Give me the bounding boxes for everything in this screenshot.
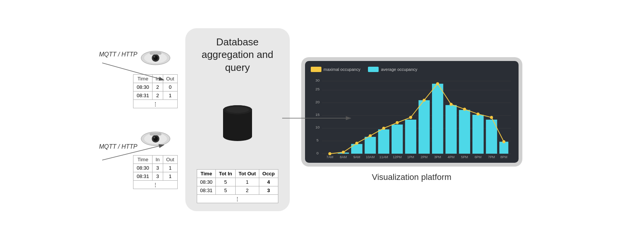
svg-text:7PM: 7PM xyxy=(488,155,495,159)
db-dots: ⋮ xyxy=(197,195,278,203)
svg-point-58 xyxy=(502,140,505,143)
s1-header-in: In xyxy=(153,74,163,83)
db-header-occp: Occp xyxy=(259,170,278,178)
svg-rect-44 xyxy=(499,141,508,153)
s2-header-in: In xyxy=(153,155,163,164)
legend-maximal-label: maximal occupancy xyxy=(324,67,361,72)
svg-point-54 xyxy=(450,103,453,106)
svg-point-53 xyxy=(436,82,439,85)
svg-text:2PM: 2PM xyxy=(421,155,427,159)
svg-text:20: 20 xyxy=(315,99,320,104)
svg-point-16 xyxy=(226,107,249,113)
arrow2-label: MQTT / HTTP xyxy=(99,143,138,150)
svg-rect-35 xyxy=(378,129,389,154)
s1-row-1: 08:30 2 0 xyxy=(133,83,177,91)
db-row-2: 08:31 5 2 3 xyxy=(197,186,278,195)
viz-platform-label: Visualization platform xyxy=(372,172,451,182)
svg-text:7AM: 7AM xyxy=(326,155,333,159)
legend-average-label: average occupancy xyxy=(381,67,417,72)
svg-rect-39 xyxy=(432,83,443,154)
s2-r2-out: 1 xyxy=(163,172,177,180)
db-header-totin: Tot In xyxy=(216,170,235,178)
s1-r1-in: 2 xyxy=(153,83,163,91)
svg-point-57 xyxy=(490,116,493,119)
legend-average: average occupancy xyxy=(368,67,417,72)
svg-rect-42 xyxy=(472,115,483,154)
svg-rect-38 xyxy=(418,100,429,153)
sensor-2-icon xyxy=(138,131,173,152)
s1-r2-time: 08:31 xyxy=(133,91,153,99)
s2-header-out: Out xyxy=(163,155,177,164)
svg-text:10AM: 10AM xyxy=(366,155,374,159)
s2-row-2: 08:31 3 1 xyxy=(133,172,177,180)
legend-maximal: maximal occupancy xyxy=(311,67,361,72)
s2-dots-cell: ⋮ xyxy=(133,180,177,189)
svg-rect-37 xyxy=(405,119,416,153)
s1-r1-time: 08:30 xyxy=(133,83,153,91)
sensor-2-group: Time In Out 08:30 3 1 08:31 3 1 xyxy=(133,131,177,189)
main-container: Time In Out 08:30 2 0 08:31 2 1 xyxy=(0,0,644,239)
db-dots-cell: ⋮ xyxy=(197,195,278,203)
svg-text:8AM: 8AM xyxy=(340,155,347,159)
svg-text:12PM: 12PM xyxy=(393,155,401,159)
s2-r1-time: 08:30 xyxy=(133,164,153,172)
db-cylinder-icon xyxy=(220,100,255,144)
svg-text:10: 10 xyxy=(315,125,320,129)
chart-legend: maximal occupancy average occupancy xyxy=(311,67,513,72)
svg-text:3PM: 3PM xyxy=(434,155,441,159)
db-title: Databaseaggregation andquery xyxy=(202,36,273,74)
s2-r2-time: 08:31 xyxy=(133,172,153,180)
db-r2-occp: 3 xyxy=(259,186,278,195)
s1-dots-cell: ⋮ xyxy=(133,99,177,108)
s1-row-2: 08:31 2 1 xyxy=(133,91,177,99)
db-header-totout: Tot Out xyxy=(235,170,259,178)
svg-point-49 xyxy=(382,127,385,130)
svg-text:5: 5 xyxy=(316,138,318,142)
s2-r1-out: 1 xyxy=(163,164,177,172)
db-result-table: Time Tot In Tot Out Occp 08:30 5 1 4 08:… xyxy=(197,169,278,203)
arrow1-label: MQTT / HTTP xyxy=(99,51,138,58)
svg-rect-40 xyxy=(445,105,456,154)
s2-header-time: Time xyxy=(133,155,153,164)
svg-point-51 xyxy=(409,116,412,119)
svg-text:8PM: 8PM xyxy=(500,155,507,159)
s1-dots: ⋮ xyxy=(133,99,177,108)
db-r2-totout: 2 xyxy=(235,186,259,195)
svg-rect-41 xyxy=(459,110,470,154)
viz-box: maximal occupancy average occupancy 0 5 … xyxy=(301,57,522,167)
svg-rect-36 xyxy=(392,124,403,154)
svg-text:0: 0 xyxy=(316,151,318,155)
svg-rect-5 xyxy=(150,52,161,55)
db-r2-totin: 5 xyxy=(216,186,235,195)
svg-rect-11 xyxy=(150,133,161,135)
sensor-1-table: Time In Out 08:30 2 0 08:31 2 1 xyxy=(133,74,177,108)
svg-text:4PM: 4PM xyxy=(448,155,454,159)
svg-point-55 xyxy=(463,107,466,111)
chart-area: maximal occupancy average occupancy 0 5 … xyxy=(305,61,519,163)
svg-point-48 xyxy=(369,134,372,137)
svg-text:5PM: 5PM xyxy=(461,155,468,159)
svg-point-10 xyxy=(154,137,155,138)
s1-header-out: Out xyxy=(163,74,177,83)
chart-canvas: 0 5 10 15 20 25 30 xyxy=(311,75,513,159)
db-r2-time: 08:31 xyxy=(197,186,216,195)
svg-text:25: 25 xyxy=(315,87,320,91)
s2-row-1: 08:30 3 1 xyxy=(133,164,177,172)
sensors-section: Time In Out 08:30 2 0 08:31 2 1 xyxy=(133,50,177,189)
db-r1-occp: 4 xyxy=(259,178,278,186)
svg-point-4 xyxy=(154,56,155,58)
s2-r1-in: 3 xyxy=(153,164,163,172)
s1-r2-in: 2 xyxy=(153,91,163,99)
db-header-time: Time xyxy=(197,170,216,178)
svg-point-52 xyxy=(422,98,426,101)
svg-text:9AM: 9AM xyxy=(353,155,360,159)
svg-text:6PM: 6PM xyxy=(474,155,481,159)
db-row-1: 08:30 5 1 4 xyxy=(197,178,278,186)
db-r1-totout: 1 xyxy=(235,178,259,186)
svg-text:15: 15 xyxy=(315,112,320,117)
sensor-1-group: Time In Out 08:30 2 0 08:31 2 1 xyxy=(133,50,177,108)
svg-point-47 xyxy=(355,141,358,144)
s1-r1-out: 0 xyxy=(163,83,177,91)
svg-point-56 xyxy=(476,112,479,115)
s2-dots: ⋮ xyxy=(133,180,177,189)
